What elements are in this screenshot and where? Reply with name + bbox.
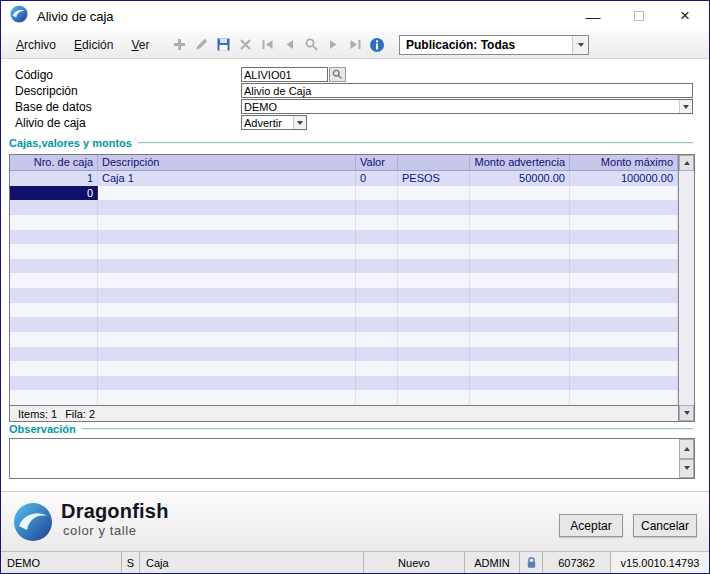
add-icon[interactable] [168,34,190,56]
table-cell[interactable] [398,376,470,391]
table-cell[interactable] [98,361,356,376]
table-cell[interactable] [398,230,470,245]
grid-scrollbar[interactable] [678,155,694,421]
table-cell[interactable] [10,317,98,332]
table-cell[interactable]: PESOS [398,171,470,186]
table-cell[interactable] [10,376,98,391]
table-row[interactable] [10,317,678,332]
table-cell[interactable] [470,303,570,318]
previous-record-icon[interactable] [278,34,300,56]
menu-edicion[interactable]: Edición [65,33,122,57]
table-cell[interactable] [356,376,398,391]
table-cell[interactable] [98,215,356,230]
table-row[interactable] [10,347,678,362]
last-record-icon[interactable] [344,34,366,56]
table-cell[interactable] [10,288,98,303]
table-cell[interactable] [470,186,570,201]
table-cell[interactable] [398,244,470,259]
table-cell[interactable] [470,259,570,274]
table-cell[interactable] [98,186,356,201]
scroll-down-icon[interactable] [679,405,694,421]
table-cell[interactable]: Caja 1 [98,171,356,186]
table-row[interactable] [10,273,678,288]
table-cell[interactable] [470,347,570,362]
column-header[interactable]: Monto máximo [570,155,678,170]
menu-ver[interactable]: Ver [122,33,158,57]
table-cell[interactable] [398,273,470,288]
table-cell[interactable] [398,361,470,376]
table-cell[interactable] [98,317,356,332]
table-row[interactable]: 1Caja 10PESOS50000.00100000.00 [10,171,678,186]
table-cell[interactable] [470,376,570,391]
table-cell[interactable] [356,186,398,201]
scroll-down-icon[interactable] [679,459,694,479]
table-row[interactable] [10,200,678,215]
table-row[interactable] [10,390,678,405]
table-cell[interactable] [356,332,398,347]
table-cell[interactable] [570,376,678,391]
table-cell[interactable] [356,273,398,288]
table-cell[interactable] [570,259,678,274]
cancelar-button[interactable]: Cancelar [633,514,697,537]
table-cell[interactable] [570,317,678,332]
table-cell[interactable] [398,390,470,405]
edit-icon[interactable] [190,34,212,56]
codigo-lookup-button[interactable] [329,67,346,82]
column-header[interactable]: Descripción [98,155,356,170]
table-cell[interactable] [570,200,678,215]
table-cell[interactable] [570,244,678,259]
alivio-select[interactable]: Advertir [241,115,307,130]
table-cell[interactable] [10,273,98,288]
table-cell[interactable] [356,317,398,332]
table-row[interactable] [10,215,678,230]
table-cell[interactable] [470,288,570,303]
table-cell[interactable] [470,332,570,347]
table-cell[interactable] [10,259,98,274]
table-cell[interactable] [470,317,570,332]
table-cell[interactable] [356,390,398,405]
first-record-icon[interactable] [256,34,278,56]
table-cell[interactable] [470,215,570,230]
table-cell[interactable] [98,390,356,405]
publication-select[interactable]: Publicación: Todas [399,35,589,55]
table-cell[interactable] [398,303,470,318]
table-cell[interactable] [470,200,570,215]
table-cell[interactable] [98,303,356,318]
table-cell[interactable] [98,376,356,391]
table-cell[interactable] [570,332,678,347]
chevron-down-icon[interactable] [679,100,692,113]
table-cell[interactable] [570,215,678,230]
table-cell[interactable] [398,317,470,332]
table-cell[interactable] [10,390,98,405]
table-cell[interactable] [98,259,356,274]
table-row[interactable]: 0 [10,186,678,201]
table-cell[interactable] [398,332,470,347]
table-cell[interactable] [398,288,470,303]
scroll-up-icon[interactable] [679,155,694,171]
table-cell[interactable]: 0 [356,171,398,186]
table-cell[interactable] [10,244,98,259]
delete-icon[interactable] [234,34,256,56]
table-cell[interactable] [470,244,570,259]
table-cell[interactable] [10,230,98,245]
table-cell[interactable] [570,186,678,201]
table-cell[interactable] [570,273,678,288]
table-cell[interactable] [570,303,678,318]
table-cell[interactable]: 50000.00 [470,171,570,186]
table-row[interactable] [10,303,678,318]
table-cell[interactable] [356,230,398,245]
maximize-button[interactable] [616,1,662,31]
table-cell[interactable] [356,361,398,376]
table-cell[interactable] [98,244,356,259]
table-cell[interactable]: 0 [10,186,98,201]
table-row[interactable] [10,361,678,376]
table-cell[interactable] [356,347,398,362]
table-cell[interactable] [356,259,398,274]
table-cell[interactable] [570,230,678,245]
table-cell[interactable] [356,200,398,215]
table-cell[interactable]: 1 [10,171,98,186]
table-row[interactable] [10,244,678,259]
table-cell[interactable] [470,230,570,245]
table-cell[interactable] [356,244,398,259]
scroll-up-icon[interactable] [679,439,694,459]
